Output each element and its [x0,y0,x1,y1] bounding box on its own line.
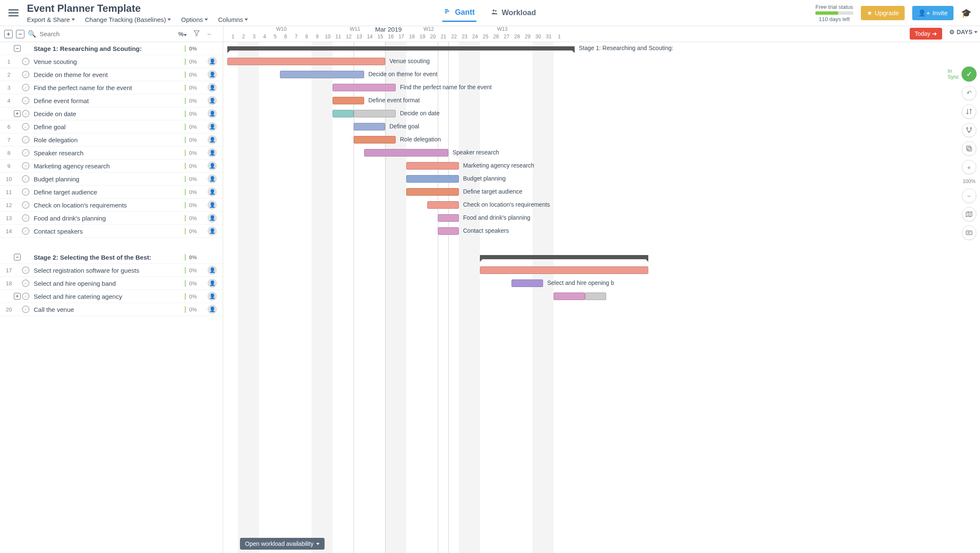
task-row[interactable]: + Select and hire catering agency 0% 👤 [0,290,223,303]
hamburger-menu-icon[interactable] [8,8,19,18]
copy-button[interactable] [962,141,976,156]
branch-button[interactable] [962,123,976,137]
status-circle-icon[interactable] [22,227,29,235]
status-circle-icon[interactable] [22,214,29,222]
assignee-icon[interactable]: 👤 [208,213,217,223]
status-circle-icon[interactable] [22,279,29,287]
task-row[interactable]: 20 Call the venue 0% 👤 [0,303,223,316]
task-bar[interactable] [333,97,364,104]
task-row[interactable]: 8 Speaker research 0% 👤 [0,146,223,160]
back-arrow-icon[interactable]: ← [206,30,213,38]
status-circle-icon[interactable] [22,136,29,144]
task-bar[interactable] [438,227,459,235]
zoom-out-button[interactable]: − [962,189,976,203]
status-circle-icon[interactable] [22,306,29,313]
invite-button[interactable]: 👤+ Invite [912,6,953,20]
assignee-icon[interactable]: 👤 [208,226,217,236]
status-circle-icon[interactable] [22,58,29,65]
group-bar[interactable] [480,255,648,259]
task-bar[interactable] [354,123,385,130]
collapse-icon[interactable]: − [14,254,21,261]
task-row[interactable]: 1 Venue scouting 0% 👤 [0,55,223,68]
task-bar[interactable] [480,266,648,274]
task-row[interactable]: 11 Define target audience 0% 👤 [0,186,223,199]
assignee-icon[interactable]: 👤 [208,70,217,79]
task-row[interactable]: 7 Role delegation 0% 👤 [0,133,223,146]
menu-item[interactable]: Options [181,16,208,23]
assignee-icon[interactable]: 👤 [208,96,217,105]
upgrade-button[interactable]: ★ Upgrade [861,6,905,20]
task-bar[interactable] [406,162,459,170]
task-row[interactable]: 10 Budget planning 0% 👤 [0,173,223,186]
task-row[interactable]: + Decide on date 0% 👤 [0,107,223,120]
task-bar[interactable] [406,175,459,183]
status-circle-icon[interactable] [22,188,29,196]
assignee-icon[interactable]: 👤 [208,305,217,314]
collapse-icon[interactable]: − [14,45,21,52]
status-circle-icon[interactable] [22,71,29,78]
status-circle-icon[interactable] [22,266,29,274]
task-bar[interactable] [333,84,396,91]
assignee-icon[interactable]: 👤 [208,148,217,157]
task-bar[interactable] [427,201,459,209]
assignee-icon[interactable]: 👤 [208,279,217,288]
status-circle-icon[interactable] [22,84,29,91]
assignee-icon[interactable]: 👤 [208,122,217,131]
task-bar[interactable] [438,214,459,222]
task-bar[interactable] [333,110,354,117]
task-row[interactable]: 12 Check on location's requirements 0% 👤 [0,199,223,212]
status-circle-icon[interactable] [22,201,29,209]
filter-icon[interactable] [193,29,200,39]
assignee-icon[interactable]: 👤 [208,57,217,66]
collapse-all-button[interactable]: − [16,30,24,38]
menu-item[interactable]: Change Tracking (Baselines) [85,16,171,23]
group-row[interactable]: − Stage 1: Researching and Scouting: 0% [0,42,223,55]
task-bar[interactable] [554,292,585,300]
assignee-icon[interactable]: 👤 [208,109,217,118]
assignee-icon[interactable]: 👤 [208,135,217,144]
expand-icon[interactable]: + [14,110,21,117]
open-workload-button[interactable]: Open workload availability [240,538,325,550]
card-view-button[interactable] [962,226,976,240]
task-row[interactable]: 14 Contact speakers 0% 👤 [0,225,223,238]
percent-toggle[interactable]: % [178,31,187,37]
tab-gantt[interactable]: Gantt [442,4,477,22]
sync-check-icon[interactable]: ✓ [961,66,977,82]
status-circle-icon[interactable] [22,97,29,104]
assignee-icon[interactable]: 👤 [208,161,217,170]
task-row[interactable]: 17 Select registration software for gues… [0,264,223,277]
undo-button[interactable]: ↶ [962,86,976,100]
search-input[interactable] [40,30,175,37]
group-row[interactable]: − Stage 2: Selecting the Best of the Bes… [0,251,223,264]
map-button[interactable] [962,207,976,221]
task-bar[interactable] [511,279,543,287]
status-circle-icon[interactable] [22,292,29,300]
assignee-icon[interactable]: 👤 [208,174,217,183]
task-bar[interactable] [406,188,459,196]
task-row[interactable]: 4 Define event format 0% 👤 [0,94,223,107]
task-row[interactable]: 6 Define goal 0% 👤 [0,120,223,133]
zoom-in-button[interactable]: + [962,160,976,174]
task-row[interactable]: 18 Select and hire opening band 0% 👤 [0,277,223,290]
task-row[interactable]: 9 Marketing agency research 0% 👤 [0,160,223,173]
expand-all-button[interactable]: + [4,30,13,38]
assignee-icon[interactable]: 👤 [208,266,217,275]
menu-item[interactable]: Export & Share [27,16,75,23]
assignee-icon[interactable]: 👤 [208,292,217,301]
status-circle-icon[interactable] [22,162,29,170]
task-bar-slack[interactable] [354,110,396,117]
menu-item[interactable]: Columns [218,16,248,23]
sort-button[interactable] [962,104,976,119]
task-bar-slack[interactable] [585,292,606,300]
gantt-chart[interactable]: Stage 1: Researching and Scouting:Venue … [223,42,980,553]
graduation-cap-icon[interactable]: 🎓 [961,8,972,18]
task-bar[interactable] [280,71,364,78]
tab-workload[interactable]: Workload [489,4,538,22]
assignee-icon[interactable]: 👤 [208,83,217,92]
task-bar[interactable] [227,58,385,65]
status-circle-icon[interactable] [22,123,29,130]
task-row[interactable]: 3 Find the perfect name for the event 0%… [0,81,223,94]
status-circle-icon[interactable] [22,175,29,183]
task-row[interactable]: 2 Decide on theme for event 0% 👤 [0,68,223,81]
assignee-icon[interactable]: 👤 [208,200,217,210]
